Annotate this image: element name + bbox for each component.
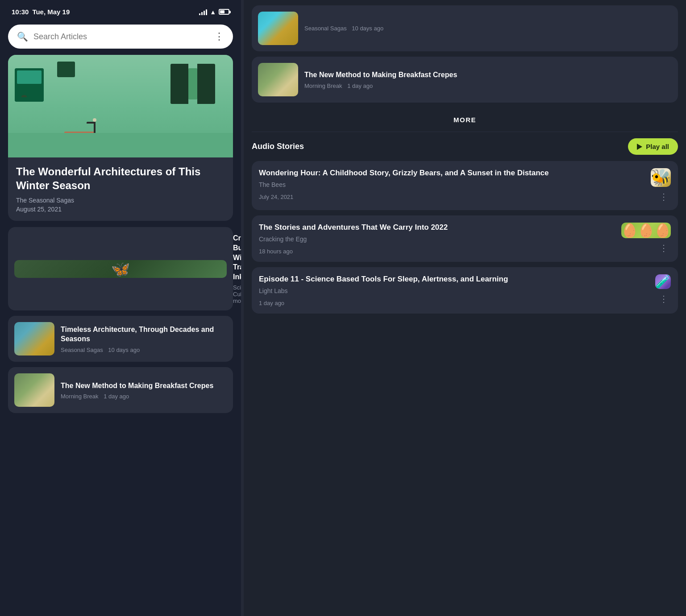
right-article-meta-0: Seasonal Sagas 10 days ago <box>304 25 672 32</box>
right-top-article-1[interactable]: The New Method to Making Breakfast Crepe… <box>252 57 678 103</box>
audio-date-1: 18 hours ago <box>259 248 293 255</box>
right-article-meta-1: Morning Break 1 day ago <box>304 83 672 89</box>
audio-date-2: 1 day ago <box>259 300 284 306</box>
audio-title-1: The Stories and Adventures That We Carry… <box>259 223 615 233</box>
left-panel: 10:30 Tue, May 19 ▲ 🔍 ⋮ <box>0 0 241 616</box>
audio-title-2: Episode 11 - Science Based Tools For Sle… <box>259 274 649 285</box>
audio-source-0: The Bees <box>259 181 644 188</box>
article-info-2: The New Method to Making Breakfast Crepe… <box>61 381 227 400</box>
search-input[interactable] <box>33 32 209 41</box>
featured-article-content: The Wonderful Architectures of This Wint… <box>8 157 233 221</box>
more-button[interactable]: MORE <box>252 108 678 132</box>
featured-article-date: August 25, 2021 <box>16 206 225 213</box>
audio-source-2: Light Labs <box>259 287 649 294</box>
audio-more-icon-0[interactable]: ⋮ <box>657 190 671 203</box>
right-thumb-crepes <box>258 63 298 96</box>
audio-thumb-light: 🧪 <box>655 274 671 289</box>
featured-article-title: The Wonderful Architectures of This Wint… <box>16 165 225 192</box>
audio-section-title: Audio Stories <box>252 142 304 151</box>
audio-card-1[interactable]: The Stories and Adventures That We Carry… <box>252 215 678 262</box>
play-all-label: Play all <box>646 143 669 150</box>
right-article-title-1: The New Method to Making Breakfast Crepe… <box>304 70 672 80</box>
wifi-icon: ▲ <box>210 8 216 16</box>
article-info-0: Creating Butterflies With New Transparen… <box>233 233 241 304</box>
battery-icon <box>219 9 229 15</box>
article-thumb-architecture <box>14 322 54 356</box>
audio-thumb-eggs: 🥚🥚🥚 <box>621 223 671 238</box>
right-article-info-1: The New Method to Making Breakfast Crepe… <box>304 70 672 89</box>
article-meta-2: Morning Break 1 day ago <box>61 393 227 400</box>
article-info-1: Timeless Architecture, Through Decades a… <box>61 325 227 353</box>
article-thumb-crepes <box>14 373 54 407</box>
article-meta-0: Science Culture 1 month ago <box>233 284 241 304</box>
more-options-icon[interactable]: ⋮ <box>214 31 224 42</box>
article-title-2: The New Method to Making Breakfast Crepe… <box>61 381 227 391</box>
audio-more-icon-1[interactable]: ⋮ <box>657 242 671 254</box>
article-card-2[interactable]: The New Method to Making Breakfast Crepe… <box>8 367 233 413</box>
play-triangle-icon <box>637 144 642 150</box>
audio-info-1: The Stories and Adventures That We Carry… <box>259 223 615 255</box>
article-meta-1: Seasonal Sagas 10 days ago <box>61 347 227 353</box>
signal-icon <box>199 9 207 15</box>
audio-stories-header: Audio Stories Play all <box>252 138 678 155</box>
audio-info-0: Wondering Hour: A Childhood Story, Grizz… <box>259 168 644 200</box>
right-article-info-0: Seasonal Sagas 10 days ago <box>304 25 672 32</box>
date-display: Tue, May 19 <box>32 8 70 16</box>
article-thumb-butterfly: 🦋 <box>14 260 227 278</box>
audio-info-2: Episode 11 - Science Based Tools For Sle… <box>259 274 649 306</box>
play-all-button[interactable]: Play all <box>628 138 678 155</box>
right-top-article-0[interactable]: Seasonal Sagas 10 days ago <box>252 5 678 51</box>
featured-article-image <box>8 55 233 157</box>
search-bar[interactable]: 🔍 ⋮ <box>8 25 233 49</box>
status-bar: 10:30 Tue, May 19 ▲ <box>8 0 233 20</box>
article-card-1[interactable]: Timeless Architecture, Through Decades a… <box>8 316 233 362</box>
audio-source-1: Cracking the Egg <box>259 236 615 243</box>
audio-title-0: Wondering Hour: A Childhood Story, Grizz… <box>259 168 644 178</box>
article-title-1: Timeless Architecture, Through Decades a… <box>61 325 227 344</box>
right-thumb-seasonal <box>258 12 298 45</box>
featured-article-source: The Seasonal Sagas <box>16 197 225 204</box>
article-card-0[interactable]: 🦋 Creating Butterflies With New Transpar… <box>8 227 233 310</box>
time-display: 10:30 <box>12 8 29 16</box>
audio-date-0: July 24, 2021 <box>259 194 293 200</box>
audio-more-icon-2[interactable]: ⋮ <box>657 293 671 305</box>
search-icon: 🔍 <box>17 31 28 42</box>
right-panel: Seasonal Sagas 10 days ago The New Metho… <box>244 0 686 616</box>
audio-card-2[interactable]: Episode 11 - Science Based Tools For Sle… <box>252 267 678 314</box>
audio-thumb-bee: 🐝 <box>651 168 671 187</box>
featured-article-card[interactable]: The Wonderful Architectures of This Wint… <box>8 55 233 221</box>
audio-card-0[interactable]: Wondering Hour: A Childhood Story, Grizz… <box>252 161 678 210</box>
article-title-0: Creating Butterflies With New Transparen… <box>233 233 241 281</box>
